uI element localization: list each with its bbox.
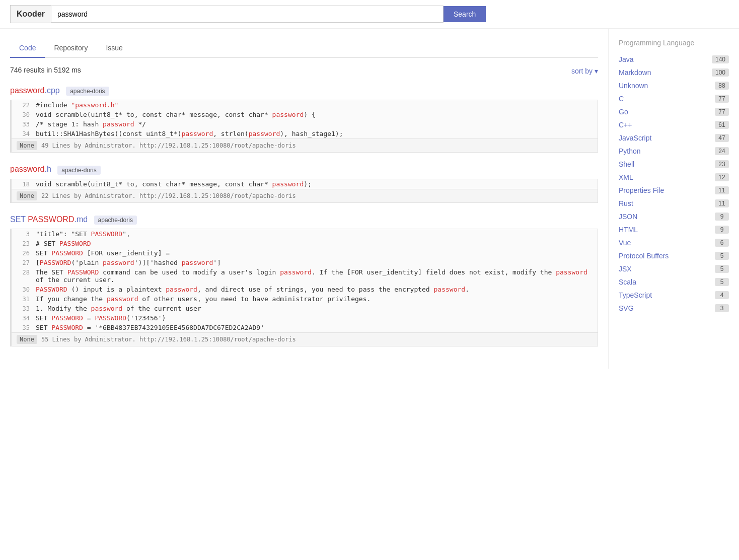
lang-item[interactable]: SVG3: [619, 302, 729, 315]
lang-name: Unknown: [619, 82, 648, 90]
lang-item[interactable]: Protocol Buffers5: [619, 249, 729, 262]
tab-code[interactable]: Code: [10, 39, 45, 58]
lang-item[interactable]: C++61: [619, 118, 729, 131]
code-line: 35 SET PASSWORD = '*6BB4837EB74329105EE4…: [12, 323, 598, 332]
lang-count: 4: [715, 291, 729, 299]
lang-item[interactable]: Scala5: [619, 275, 729, 289]
lang-item[interactable]: JSX5: [619, 262, 729, 275]
lang-item[interactable]: JavaScript47: [619, 131, 729, 145]
meta-text: 49 Lines by Administrator. http://192.16…: [41, 142, 296, 149]
lang-item[interactable]: Properties File11: [619, 184, 729, 197]
result-item: password.cpp apache-doris 22 #include "p…: [10, 86, 598, 153]
lang-name: HTML: [619, 226, 638, 234]
lang-item[interactable]: Go77: [619, 105, 729, 118]
results-summary: 746 results in 5192 ms: [10, 66, 81, 74]
lang-count: 9: [715, 213, 729, 221]
result-title: password.h apache-doris: [10, 165, 598, 174]
code-line: 31 If you change the password of other u…: [12, 294, 598, 304]
filename-ext: .cpp: [44, 86, 59, 95]
code-line: 30 void scramble(uint8_t* to, const char…: [12, 110, 598, 119]
search-input[interactable]: [51, 6, 444, 23]
lang-name: Shell: [619, 160, 634, 168]
lang-count: 77: [715, 108, 729, 116]
lang-count: 100: [712, 68, 729, 77]
lang-item[interactable]: Shell23: [619, 158, 729, 171]
tabs: Code Repository Issue: [10, 39, 598, 58]
sort-by-button[interactable]: sort by ▾: [571, 67, 598, 75]
code-line: 28 The SET PASSWORD command can be used …: [12, 267, 598, 285]
lang-name: Go: [619, 108, 628, 116]
filename-text: SET PASSWORD.md: [10, 215, 88, 224]
lang-item[interactable]: Unknown88: [619, 79, 729, 92]
code-line: 30 PASSWORD () input is a plaintext pass…: [12, 285, 598, 294]
results-row: 746 results in 5192 ms sort by ▾: [10, 66, 598, 76]
result-title: password.cpp apache-doris: [10, 86, 598, 96]
lang-item[interactable]: Java140: [619, 53, 729, 66]
code-block: 18 void scramble(uint8_t* to, const char…: [10, 179, 598, 203]
lang-count: 5: [715, 265, 729, 273]
filename-ext: .h: [44, 165, 51, 173]
result-filename[interactable]: SET PASSWORD.md: [10, 215, 90, 224]
code-line: 34 SET PASSWORD = PASSWORD('123456'): [12, 313, 598, 323]
lang-name: Python: [619, 147, 641, 155]
meta-none: None: [17, 335, 37, 344]
tab-issue[interactable]: Issue: [97, 39, 131, 58]
sidebar: Programming Language Java140Markdown100U…: [608, 29, 739, 369]
sidebar-title: Programming Language: [619, 39, 729, 47]
code-line: 33 1. Modify the password of the current…: [12, 304, 598, 313]
language-list: Java140Markdown100Unknown88C77Go77C++61J…: [619, 53, 729, 315]
repo-badge: apache-doris: [57, 166, 100, 175]
result-item: SET PASSWORD.md apache-doris 3 "title": …: [10, 215, 598, 346]
lang-name: Markdown: [619, 68, 651, 77]
lang-item[interactable]: XML12: [619, 171, 729, 184]
result-filename[interactable]: password.h: [10, 165, 53, 173]
lang-count: 9: [715, 226, 729, 234]
meta-none: None: [17, 141, 37, 150]
code-line: 27 [PASSWORD('plain password')]['hashed …: [12, 258, 598, 267]
result-item: password.h apache-doris 18 void scramble…: [10, 165, 598, 202]
code-line: 3 "title": "SET PASSWORD",: [12, 229, 598, 239]
lang-name: C++: [619, 121, 632, 129]
lang-name: Properties File: [619, 186, 664, 194]
tab-repository[interactable]: Repository: [45, 39, 97, 58]
lang-count: 77: [715, 95, 729, 103]
result-filename[interactable]: password.cpp: [10, 86, 62, 95]
filename-base: password: [10, 165, 44, 173]
result-title: SET PASSWORD.md apache-doris: [10, 215, 598, 225]
lang-count: 11: [715, 199, 729, 207]
code-line: 18 void scramble(uint8_t* to, const char…: [12, 179, 598, 189]
lang-name: JavaScript: [619, 134, 651, 142]
lang-item[interactable]: JSON9: [619, 210, 729, 223]
lang-name: TypeScript: [619, 291, 652, 299]
lang-count: 12: [715, 173, 729, 181]
meta-text: 55 Lines by Administrator. http://192.16…: [41, 336, 296, 343]
lang-name: Rust: [619, 199, 633, 207]
lang-count: 11: [715, 186, 729, 194]
lang-item[interactable]: HTML9: [619, 223, 729, 236]
lang-count: 23: [715, 160, 729, 168]
lang-count: 5: [715, 278, 729, 286]
code-block: 3 "title": "SET PASSWORD", 23 # SET PASS…: [10, 229, 598, 346]
lang-item[interactable]: Python24: [619, 145, 729, 158]
lang-item[interactable]: Rust11: [619, 197, 729, 210]
lang-count: 88: [715, 82, 729, 90]
meta-row: None 22 Lines by Administrator. http://1…: [12, 189, 598, 202]
lang-item[interactable]: Markdown100: [619, 66, 729, 79]
lang-name: Protocol Buffers: [619, 252, 669, 260]
repo-badge: apache-doris: [66, 87, 109, 96]
search-button[interactable]: Search: [444, 6, 486, 22]
lang-name: JSON: [619, 213, 637, 221]
lang-item[interactable]: TypeScript4: [619, 289, 729, 302]
lang-count: 47: [715, 134, 729, 142]
lang-item[interactable]: Vue6: [619, 236, 729, 249]
meta-row: None 49 Lines by Administrator. http://1…: [12, 138, 598, 152]
lang-count: 3: [715, 304, 729, 312]
lang-name: SVG: [619, 304, 634, 312]
lang-count: 24: [715, 147, 729, 155]
lang-count: 140: [712, 55, 729, 63]
lang-item[interactable]: C77: [619, 92, 729, 105]
meta-row: None 55 Lines by Administrator. http://1…: [12, 332, 598, 346]
logo: Kooder: [10, 5, 51, 23]
meta-none: None: [17, 191, 37, 200]
code-line: 34 butil::SHA1HashBytes((const uint8_t*)…: [12, 129, 598, 138]
